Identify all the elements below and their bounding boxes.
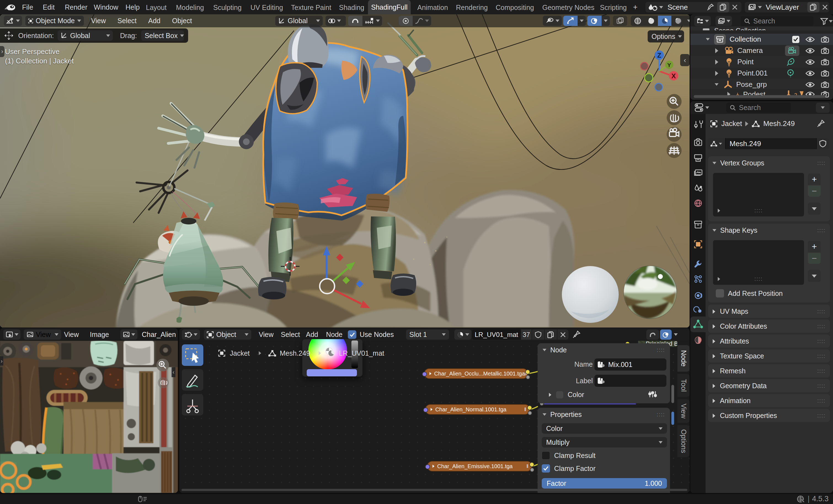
svg-text:X: X (671, 72, 676, 80)
svg-text:›: › (1, 358, 3, 364)
svg-text:Y: Y (667, 62, 671, 68)
svg-text:‹: ‹ (684, 56, 686, 64)
svg-text:Z: Z (657, 52, 662, 59)
svg-text:‹: ‹ (173, 369, 174, 375)
